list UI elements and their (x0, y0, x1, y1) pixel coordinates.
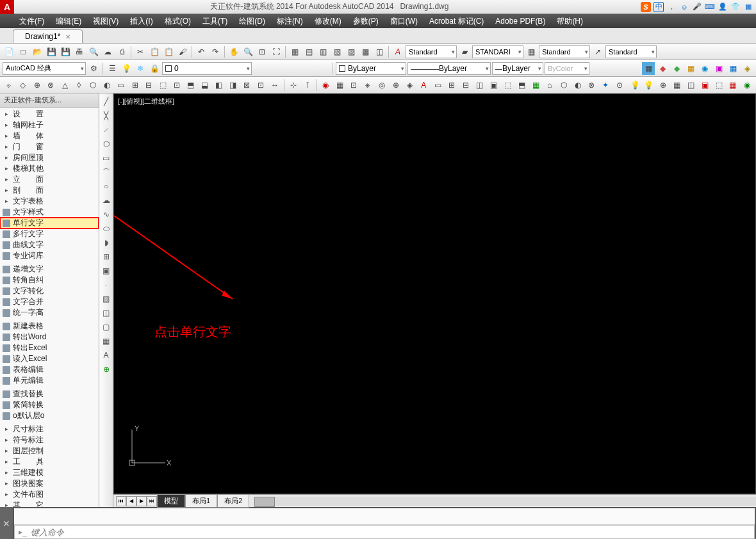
tree-item[interactable]: 单行文字 (0, 218, 99, 229)
tree-item[interactable]: 繁简转换 (0, 399, 99, 410)
r5-icon[interactable]: ◎ (375, 79, 388, 92)
rt1-icon[interactable]: ▦ (642, 62, 655, 75)
r20-icon[interactable]: ⊗ (586, 79, 598, 92)
print-icon[interactable]: 🖶 (73, 45, 86, 58)
r6-icon[interactable]: ⊕ (390, 79, 402, 92)
tool2-icon[interactable]: ▧ (331, 45, 343, 58)
tree-item[interactable]: 墙 体 (0, 131, 99, 141)
tree-item[interactable]: 统一字高 (0, 307, 99, 318)
tab-layout1[interactable]: 布局1 (185, 494, 217, 508)
save-icon[interactable]: 💾 (45, 45, 58, 58)
dimstyle-icon[interactable]: ▰ (458, 45, 471, 58)
r15-icon[interactable]: ⬒ (515, 79, 528, 92)
cmd-history[interactable] (14, 508, 755, 525)
r21-icon[interactable]: ✦ (599, 79, 612, 92)
tree-item[interactable]: 设 置 (0, 109, 99, 120)
r7-icon[interactable]: ◈ (404, 79, 416, 92)
mod8-icon[interactable]: ◐ (101, 79, 113, 92)
insert-icon[interactable]: ⊞ (101, 251, 112, 262)
paste-icon[interactable]: 📋 (162, 45, 175, 58)
tablestyle-dropdown[interactable]: Standard (539, 45, 590, 58)
ime-s-icon[interactable]: S (641, 2, 651, 12)
menu-window[interactable]: 窗口(W) (390, 16, 418, 27)
cmd-close-icon[interactable]: ✕ (0, 507, 13, 539)
menu-draw[interactable]: 绘图(D) (239, 16, 265, 27)
ime-skin-icon[interactable]: 👕 (730, 2, 741, 12)
mod12-icon[interactable]: ⬚ (156, 79, 169, 92)
r17-icon[interactable]: ⌂ (543, 79, 556, 92)
menu-view[interactable]: 视图(V) (93, 16, 119, 27)
menu-parametric[interactable]: 参数(P) (353, 16, 379, 27)
zoomwin-icon[interactable]: ⊡ (256, 45, 268, 58)
mod19-icon[interactable]: ⊡ (254, 79, 267, 92)
r2-icon[interactable]: ▦ (333, 79, 346, 92)
saveas-icon[interactable]: 💾 (59, 45, 72, 58)
tree-item[interactable]: 新建表格 (0, 321, 99, 332)
pline-icon[interactable]: ⟋ (101, 124, 112, 136)
tablestyle-icon[interactable]: ▦ (525, 45, 538, 58)
menu-dimension[interactable]: 标注(N) (277, 16, 303, 27)
undo-icon[interactable]: ↶ (195, 45, 208, 58)
mod16-icon[interactable]: ◧ (213, 79, 226, 92)
rr1-icon[interactable]: 💡 (629, 79, 641, 92)
menu-adobepdf[interactable]: Adobe PDF(B) (495, 17, 545, 26)
mod20-icon[interactable]: ↔ (268, 79, 281, 92)
mleader-dropdown[interactable]: Standard (605, 45, 657, 58)
layer-freeze-icon[interactable]: ❄ (134, 62, 147, 75)
r16-icon[interactable]: ▦ (529, 79, 542, 92)
sheet-icon[interactable]: ▤ (302, 45, 315, 58)
spline-icon[interactable]: ∿ (101, 209, 112, 220)
layer-dropdown[interactable]: 0 (162, 62, 252, 75)
h-scrollbar[interactable] (254, 497, 756, 506)
tree-item[interactable]: 文件布图 (0, 489, 99, 500)
rt6-icon[interactable]: ▣ (712, 62, 725, 75)
lineweight-dropdown[interactable]: — ByLayer (492, 62, 543, 75)
tree-item[interactable]: 轴网柱子 (0, 120, 99, 131)
r10-icon[interactable]: ⊞ (445, 79, 458, 92)
tree-item[interactable]: 图层控制 (0, 446, 99, 456)
rr7-icon[interactable]: ⬚ (712, 79, 725, 92)
tree-item[interactable]: 专业词库 (0, 250, 99, 261)
tree-item[interactable]: 文字表格 (0, 196, 99, 207)
tab-next-icon[interactable]: ▶ (136, 496, 147, 506)
copy-icon[interactable]: 📋 (148, 45, 161, 58)
tab-layout2[interactable]: 布局2 (217, 494, 249, 508)
tree-item[interactable]: 曲线文字 (0, 239, 99, 250)
tree-item[interactable]: 递增文字 (0, 264, 99, 275)
tree-item[interactable]: o默认层o (0, 410, 99, 421)
mtext-icon[interactable]: A (101, 350, 112, 361)
r9-icon[interactable]: ▭ (431, 79, 444, 92)
rt5-icon[interactable]: ◉ (698, 62, 711, 75)
layer-mgr-icon[interactable]: ☰ (106, 62, 119, 75)
tab-prev-icon[interactable]: ◀ (126, 496, 136, 506)
rr5-icon[interactable]: ◫ (684, 79, 697, 92)
mod15-icon[interactable]: ⬓ (199, 79, 211, 92)
dimstyle-dropdown[interactable]: STANDARI (472, 45, 523, 58)
mod7-icon[interactable]: ⬡ (86, 79, 99, 92)
ime-keyboard-icon[interactable]: ⌨ (705, 2, 715, 12)
menu-modify[interactable]: 修改(M) (315, 16, 341, 27)
rr3-icon[interactable]: ⊕ (657, 79, 670, 92)
r1-icon[interactable]: ◉ (320, 79, 333, 92)
match-icon[interactable]: 🖌 (176, 45, 189, 58)
viewport[interactable]: [-][俯视][二维线框] YX 点击单行文字 (114, 94, 755, 494)
new-icon[interactable]: □ (17, 45, 29, 58)
ime-person-icon[interactable]: 👤 (718, 2, 728, 12)
r19-icon[interactable]: ◐ (571, 79, 584, 92)
mod3-icon[interactable]: ⊕ (31, 79, 44, 92)
tree-item[interactable]: 表格编辑 (0, 364, 99, 375)
gradient-icon[interactable]: ◫ (101, 307, 112, 319)
menu-format[interactable]: 格式(O) (165, 16, 191, 27)
tool5-icon[interactable]: ◫ (373, 45, 386, 58)
tool3-icon[interactable]: ▨ (345, 45, 357, 58)
plot-icon[interactable]: ⎙ (115, 45, 128, 58)
r12-icon[interactable]: ◫ (473, 79, 486, 92)
tree-item[interactable]: 转出Word (0, 332, 99, 342)
rr8-icon[interactable]: ▦ (727, 79, 739, 92)
tree-item[interactable]: 工 具 (0, 456, 99, 467)
tree-item[interactable]: 多行文字 (0, 229, 99, 239)
tool1-icon[interactable]: ▥ (316, 45, 329, 58)
redo-icon[interactable]: ↷ (209, 45, 222, 58)
zoomext-icon[interactable]: ⛶ (270, 45, 283, 58)
r8-icon[interactable]: A (417, 79, 430, 92)
